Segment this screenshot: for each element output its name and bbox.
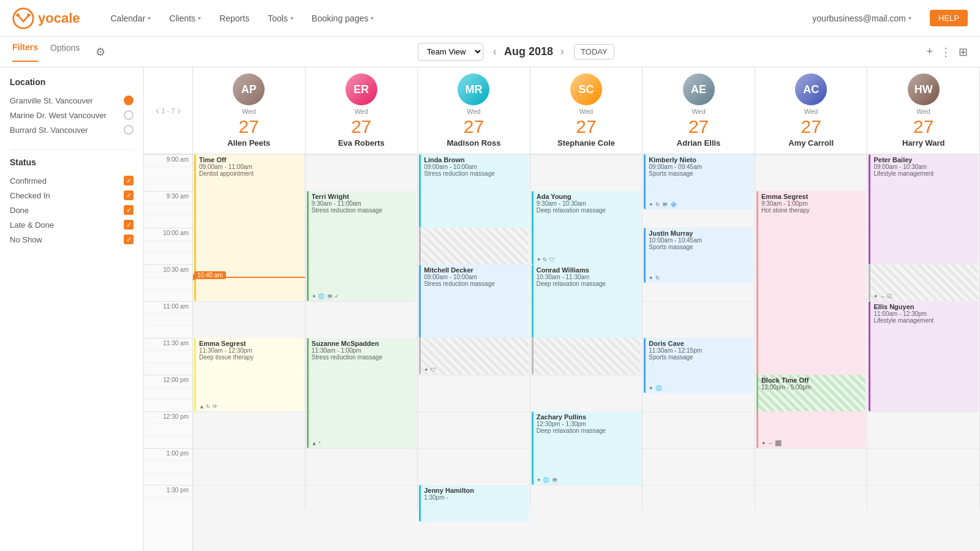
appointment-name: Justin Murray xyxy=(649,230,750,237)
appointment-name: Doris Cave xyxy=(649,340,750,347)
nav-calendar[interactable]: Calendar ▾ xyxy=(111,13,151,23)
appointment-name: Time Off xyxy=(199,156,301,163)
nav-booking[interactable]: Booking pages ▾ xyxy=(312,13,374,23)
appointment-block[interactable]: Zachary Pullins12:30pm - 1:30pmDeep rela… xyxy=(532,411,641,485)
location-marine-radio[interactable] xyxy=(124,110,134,120)
more-options-button[interactable]: ⋮ xyxy=(940,45,951,59)
appointment-name: Linda Brown xyxy=(424,156,526,163)
time-label xyxy=(144,350,192,362)
appointment-block[interactable]: ✦ ↔ ☑ xyxy=(869,264,978,301)
nav-clients[interactable]: Clients ▾ xyxy=(169,13,201,23)
location-title: Location xyxy=(10,77,134,87)
appointment-block[interactable] xyxy=(532,338,641,375)
appointment-block[interactable] xyxy=(419,228,529,264)
appointment-service: Deep tissue therapy xyxy=(199,354,301,361)
appointment-block[interactable]: Ada Young9:30am - 10:30amDeep relaxation… xyxy=(532,191,641,264)
staff-header-row: ‹ 1 - 7 › APWed27Allen PeetsERWed27Eva R… xyxy=(144,67,980,154)
staff-name: Stephanie Cole xyxy=(557,138,615,148)
appointment-block[interactable]: ✦ 🛡 xyxy=(419,338,529,375)
status-confirmed[interactable]: Confirmed xyxy=(10,173,134,188)
appointment-block[interactable]: Kimberly Nieto09:00am - 09:45amSports ma… xyxy=(644,154,753,209)
staff-day: Wed xyxy=(917,108,930,115)
nav-tools[interactable]: Tools ▾ xyxy=(268,13,293,23)
grid-col-adrian: Kimberly Nieto09:00am - 09:45amSports ma… xyxy=(643,154,755,509)
filter-icon[interactable]: ⚙ xyxy=(96,45,105,59)
status-late-done[interactable]: Late & Done xyxy=(10,217,134,232)
nav-reports[interactable]: Reports xyxy=(219,13,249,23)
appointment-icons: ✦ ↔ ☑ xyxy=(873,293,892,299)
appointment-icons: ✦ ↻ xyxy=(649,275,660,281)
appointment-icons: ✦ ↻ 💻 🔷 xyxy=(649,201,677,208)
calendar-body: 9:00 am9:30 am10:00 am10:30 am11:00 am11… xyxy=(144,154,980,551)
status-noshow-checkbox[interactable] xyxy=(124,234,134,244)
appointment-service: Stress reduction massage xyxy=(424,170,526,177)
staff-avatar: HW xyxy=(908,73,940,105)
location-granville[interactable]: Granville St. Vancouver xyxy=(10,93,134,108)
appointment-icons: ▲ * xyxy=(312,440,321,446)
appointment-block[interactable]: Linda Brown09:00am - 10:00amStress reduc… xyxy=(419,154,529,228)
time-label xyxy=(144,203,192,216)
location-burrard-radio[interactable] xyxy=(124,125,134,135)
next-date-button[interactable]: › xyxy=(560,45,564,58)
staff-day: Wed xyxy=(467,108,480,115)
appointment-name: Conrad Williams xyxy=(537,266,638,274)
appointment-service: Lifestyle management xyxy=(873,170,975,177)
staff-range: 1 - 7 xyxy=(161,107,175,114)
time-label xyxy=(144,167,192,179)
location-marine[interactable]: Marine Dr. West Vancouver xyxy=(10,108,134,122)
time-label xyxy=(144,460,192,473)
status-checked-in[interactable]: Checked In xyxy=(10,188,134,203)
view-select[interactable]: Team View Day View Week View xyxy=(418,43,483,61)
time-label: 10:30 am xyxy=(144,264,192,277)
time-label xyxy=(144,216,192,228)
appointment-name: Suzanne McSpadden xyxy=(312,340,413,347)
status-no-show[interactable]: No Show xyxy=(10,232,134,247)
appointment-block[interactable]: Ellis Nguyen11:00am - 12:30pmLifestyle m… xyxy=(869,301,978,411)
appointment-block[interactable]: Block Time Off12:00pm - 5:00pm xyxy=(756,375,866,411)
status-checkedin-checkbox[interactable] xyxy=(124,190,134,200)
next-staff-arrow[interactable]: › xyxy=(178,105,181,116)
location-granville-radio[interactable] xyxy=(124,96,134,105)
options-tab[interactable]: Options xyxy=(50,43,80,61)
logo[interactable]: yocale xyxy=(12,7,80,29)
status-latedone-checkbox[interactable] xyxy=(124,220,134,230)
appointment-block[interactable]: Doris Cave11:30am - 12:15pmSports massag… xyxy=(644,338,753,393)
appointment-block[interactable]: Conrad Williams10:30am - 11:30amDeep rel… xyxy=(532,264,641,338)
staff-day: Wed xyxy=(355,108,368,115)
status-done-checkbox[interactable] xyxy=(124,205,134,215)
add-button[interactable]: + xyxy=(926,45,933,58)
prev-staff-arrow[interactable]: ‹ xyxy=(156,105,159,116)
grid-view-button[interactable]: ⊞ xyxy=(959,45,968,59)
filters-tab[interactable]: Filters xyxy=(12,42,38,62)
appointment-time: 11:30am - 1:00pm xyxy=(312,347,413,354)
appointment-name: Emma Segrest xyxy=(199,340,301,347)
appointment-block[interactable]: Mitchell Decker09:00am - 10:00amStress r… xyxy=(419,264,529,338)
appointment-icons: ✦ ↔ ⬛ xyxy=(761,440,782,446)
svg-point-0 xyxy=(13,8,33,28)
staff-header-allen-peets: APWed27Allen Peets xyxy=(193,67,306,154)
staff-header-adrian-ellis: AEWed27Adrian Ellis xyxy=(643,67,755,154)
appointment-block[interactable]: Emma Segrest11:30am - 12:30pmDeep tissue… xyxy=(194,338,304,411)
appointment-block[interactable]: Peter Bailey09:00am - 10:30amLifestyle m… xyxy=(869,154,978,264)
grid-col-allen: 10:40 amTime Off09:00am - 11:00amDentist… xyxy=(193,154,306,509)
nav-account[interactable]: yourbusiness@mail.com ▾ xyxy=(812,13,911,23)
appointment-icons: ✦ ↻ 🛡 xyxy=(537,257,555,263)
appointment-block[interactable]: Time Off09:00am - 11:00amDentist appoint… xyxy=(194,154,304,301)
appointment-name: Emma Segrest xyxy=(761,193,863,200)
top-nav: yocale Calendar ▾ Clients ▾ Reports Tool… xyxy=(0,0,980,37)
appointment-block[interactable]: Terri Wright9:30am - 11:00amStress reduc… xyxy=(307,191,417,301)
appointment-block[interactable]: Suzanne McSpadden11:30am - 1:00pmStress … xyxy=(307,338,417,448)
tools-arrow-icon: ▾ xyxy=(290,15,293,21)
status-done[interactable]: Done xyxy=(10,203,134,217)
prev-date-button[interactable]: ‹ xyxy=(493,45,497,58)
appointment-block[interactable]: Justin Murray10:00am - 10:45amSports mas… xyxy=(644,228,753,283)
status-confirmed-checkbox[interactable] xyxy=(124,176,134,186)
appointment-service: Sports massage xyxy=(649,170,750,177)
help-button[interactable]: HELP xyxy=(930,10,968,26)
appointment-block[interactable]: Jenny Hamilton1:30pm - xyxy=(419,485,529,522)
appointment-service: Sports massage xyxy=(649,244,750,250)
appointment-time: 11:30am - 12:30pm xyxy=(199,347,301,354)
today-button[interactable]: TODAY xyxy=(574,44,614,59)
time-label xyxy=(144,399,192,411)
location-burrard[interactable]: Burrard St. Vancouver xyxy=(10,122,134,137)
